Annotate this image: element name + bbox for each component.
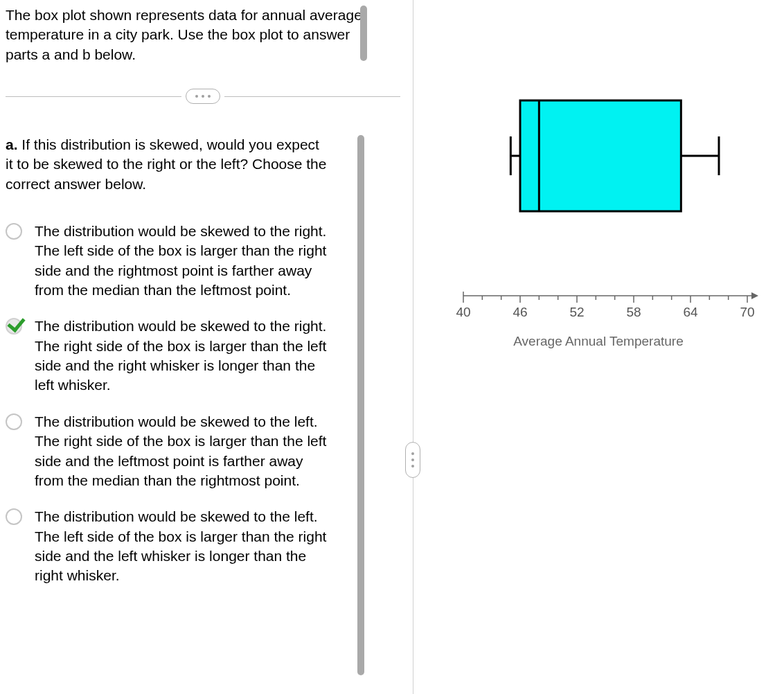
- radio-icon[interactable]: [6, 223, 22, 240]
- svg-text:46: 46: [513, 305, 527, 319]
- axis-label: Average Annual Temperature: [436, 334, 761, 349]
- svg-text:58: 58: [626, 305, 641, 319]
- dot-icon: [411, 465, 414, 468]
- svg-marker-7: [751, 292, 758, 299]
- divider-line: [6, 96, 181, 97]
- dot-icon: [411, 459, 414, 461]
- dot-icon: [195, 95, 198, 98]
- option-text: The distribution would be skewed to the …: [35, 317, 330, 395]
- intro-text: The box plot shown represents data for a…: [6, 6, 385, 64]
- question-block: a. If this distribution is skewed, would…: [6, 135, 385, 586]
- options-list: The distribution would be skewed to the …: [6, 222, 330, 586]
- divider-handle[interactable]: [186, 89, 220, 104]
- option-text: The distribution would be skewed to the …: [35, 412, 330, 490]
- section-divider: [6, 89, 400, 104]
- scrollbar-question[interactable]: [357, 135, 364, 675]
- option-2[interactable]: The distribution would be skewed to the …: [6, 317, 330, 395]
- dot-icon: [202, 95, 204, 98]
- divider-line: [224, 96, 400, 97]
- option-text: The distribution would be skewed to the …: [35, 222, 330, 300]
- radio-icon[interactable]: [6, 508, 22, 525]
- svg-text:70: 70: [740, 305, 754, 319]
- boxplot: [436, 90, 761, 222]
- dot-icon: [208, 95, 211, 98]
- option-1[interactable]: The distribution would be skewed to the …: [6, 222, 330, 300]
- option-3[interactable]: The distribution would be skewed to the …: [6, 412, 330, 490]
- question-text: a. If this distribution is skewed, would…: [6, 135, 330, 194]
- right-panel: 404652586470 Average Annual Temperature: [413, 0, 784, 319]
- chart-area: 404652586470 Average Annual Temperature: [436, 90, 761, 319]
- dot-icon: [411, 452, 414, 455]
- question-body: If this distribution is skewed, would yo…: [6, 136, 326, 192]
- question-label: a.: [6, 136, 18, 152]
- svg-rect-4: [520, 100, 681, 211]
- svg-text:64: 64: [683, 305, 698, 319]
- split-handle[interactable]: [405, 442, 420, 478]
- radio-correct-icon[interactable]: [6, 318, 22, 335]
- radio-icon[interactable]: [6, 413, 22, 430]
- svg-text:40: 40: [456, 305, 470, 319]
- svg-text:52: 52: [569, 305, 584, 319]
- left-panel: The box plot shown represents data for a…: [0, 0, 413, 694]
- option-4[interactable]: The distribution would be skewed to the …: [6, 507, 330, 585]
- scrollbar-intro[interactable]: [360, 6, 367, 61]
- axis: 404652586470: [436, 287, 761, 329]
- option-text: The distribution would be skewed to the …: [35, 507, 330, 585]
